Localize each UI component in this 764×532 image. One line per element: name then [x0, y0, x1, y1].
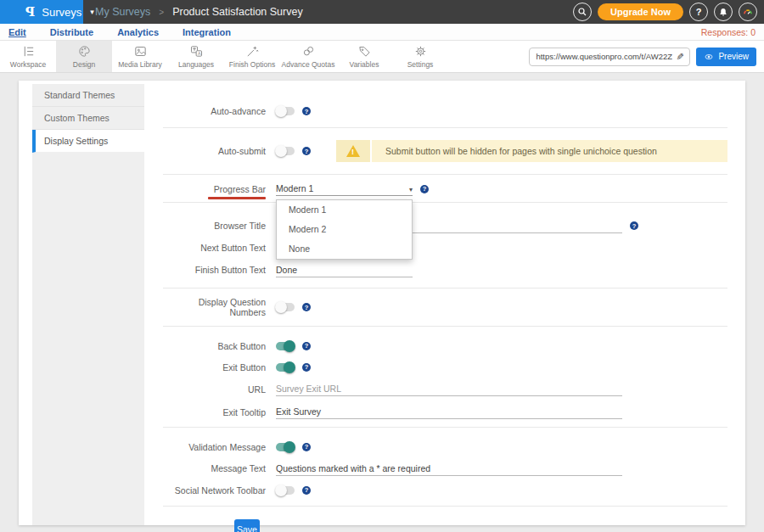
help-icon[interactable]: ? [630, 221, 638, 230]
browser-title-label: Browser Title [163, 221, 266, 231]
nav-tab-edit[interactable]: Edit [8, 27, 26, 37]
help-icon[interactable]: ? [420, 185, 429, 193]
nav-tab-integration[interactable]: Integration [183, 27, 231, 37]
edit-url-icon[interactable]: ✎ [674, 53, 685, 60]
design-palette-icon [77, 44, 92, 59]
save-button[interactable]: Save [234, 519, 260, 532]
breadcrumb: My Surveys > Product Satisfaction Survey [95, 6, 303, 18]
toolbar-label: Finish Options [229, 60, 275, 69]
display-question-numbers-label: Display Question Numbers [163, 297, 266, 317]
warning-triangle-icon: ! [346, 145, 360, 157]
toolbar-item-settings[interactable]: Settings [392, 41, 448, 72]
chevron-down-icon: ▾ [90, 8, 94, 16]
progress-bar-dropdown: Modern 1 Modern 2 None [276, 199, 413, 260]
question-numbers-section: Display Question Numbers ? [163, 288, 727, 326]
toolbar-item-media-library[interactable]: Media Library [112, 41, 168, 72]
validation-message-label: Validation Message [163, 442, 266, 452]
help-icon[interactable]: ? [302, 147, 311, 155]
message-text-input[interactable]: Questions marked with a * are required [276, 462, 622, 476]
breadcrumb-separator: > [159, 8, 164, 17]
questionpro-logo: P [25, 4, 35, 20]
sidebar-item-display-settings[interactable]: Display Settings [32, 130, 144, 153]
exit-button-label: Exit Button [163, 362, 266, 372]
exit-button-toggle[interactable] [276, 363, 295, 372]
chevron-down-icon: ▾ [409, 186, 413, 193]
breadcrumb-my-surveys[interactable]: My Surveys [95, 6, 150, 18]
warning-icon-cell: ! [336, 140, 372, 162]
surveys-product-menu[interactable]: P Surveys ▾ [0, 0, 83, 24]
toolbar-right: ✎ Preview [529, 41, 764, 72]
survey-url-input[interactable] [536, 52, 672, 61]
help-icon[interactable]: ? [302, 363, 311, 372]
toolbar-item-workspace[interactable]: Workspace [0, 41, 56, 72]
exit-tooltip-label: Exit Tooltip [163, 407, 266, 417]
exit-tooltip-input[interactable]: Exit Survey [276, 405, 622, 419]
help-icon[interactable]: ? [302, 303, 311, 311]
toolbar-item-design[interactable]: Design [56, 41, 112, 72]
progress-bar-label: Progress Bar [163, 184, 266, 194]
social-network-toolbar-label: Social Network Toolbar [163, 485, 266, 496]
navigation-buttons-section: Back Button ? Exit Button ? URL Survey E [163, 326, 727, 427]
search-button[interactable] [573, 3, 592, 21]
display-settings-form: Auto-advance ? Auto-submit ? ! [144, 81, 745, 525]
sidebar-item-custom-themes[interactable]: Custom Themes [32, 107, 144, 130]
preview-label: Preview [718, 52, 749, 61]
auto-submit-warning: ! Submit button will be hidden for pages… [336, 140, 727, 162]
toolbar-label: Advance Quotas [282, 60, 335, 69]
sidebar-item-standard-themes[interactable]: Standard Themes [32, 84, 144, 107]
help-icon[interactable]: ? [302, 486, 311, 495]
display-question-numbers-toggle[interactable] [276, 303, 295, 311]
progress-bar-select[interactable]: Modern 1 ▾ [276, 182, 413, 196]
toolbar-item-languages[interactable]: A Languages [168, 41, 224, 72]
tag-icon [357, 44, 372, 59]
validation-message-toggle[interactable] [276, 443, 295, 451]
finish-button-text-input[interactable]: Done [276, 263, 413, 277]
toolbar-label: Languages [178, 60, 214, 69]
warning-text: Submit button will be hidden for pages w… [372, 146, 657, 156]
survey-title: Product Satisfaction Survey [172, 6, 303, 18]
search-icon [577, 7, 587, 17]
social-network-toolbar-toggle[interactable] [276, 486, 295, 495]
auto-advance-section: Auto-advance ? [144, 81, 745, 127]
help-icon[interactable]: ? [302, 107, 311, 115]
validation-section: Validation Message ? Message Text Questi… [163, 427, 727, 506]
toolbar-label: Media Library [118, 60, 162, 69]
message-text-label: Message Text [163, 463, 266, 473]
responses-count[interactable]: Responses: 0 [701, 27, 756, 37]
toolbar-label: Settings [407, 60, 434, 69]
design-sidebar: Standard Themes Custom Themes Display Se… [32, 84, 144, 525]
auto-advance-toggle[interactable] [276, 107, 295, 115]
upgrade-now-button[interactable]: Upgrade Now [598, 3, 683, 20]
nav-tab-analytics[interactable]: Analytics [117, 27, 159, 37]
toolbar-item-finish-options[interactable]: Finish Options [224, 41, 280, 72]
performance-meter-button[interactable] [739, 3, 757, 21]
svg-text:A: A [197, 51, 200, 56]
preview-button[interactable]: Preview [696, 48, 756, 66]
notifications-button[interactable] [714, 3, 733, 21]
help-icon[interactable]: ? [302, 342, 311, 350]
toolbar-item-variables[interactable]: Variables [336, 41, 392, 72]
auto-advance-label: Auto-advance [163, 106, 266, 116]
dropdown-option-modern-2[interactable]: Modern 2 [277, 220, 412, 239]
toolbar-label: Workspace [10, 60, 46, 69]
survey-nav: Edit Distribute Analytics Integration Re… [0, 24, 764, 41]
design-panel: Standard Themes Custom Themes Display Se… [19, 81, 745, 525]
eye-icon [704, 52, 714, 62]
save-section: Save [163, 506, 727, 532]
help-icon[interactable]: ? [302, 443, 311, 451]
dropdown-option-modern-1[interactable]: Modern 1 [277, 200, 412, 220]
next-button-text-label: Next Button Text [163, 243, 266, 253]
nav-tab-distribute[interactable]: Distribute [50, 27, 93, 37]
media-library-icon [133, 44, 148, 59]
exit-url-input[interactable]: Survey Exit URL [276, 382, 622, 396]
back-button-toggle[interactable] [276, 342, 295, 350]
dropdown-option-none[interactable]: None [277, 239, 412, 259]
toolbar-item-advance-quotas[interactable]: Advance Quotas [280, 41, 336, 72]
gear-icon [413, 44, 428, 59]
magic-wand-icon [245, 44, 260, 59]
survey-url-box: ✎ [529, 48, 690, 66]
toolbar-label: Variables [350, 60, 379, 69]
help-button[interactable]: ? [689, 3, 708, 21]
auto-submit-section: Auto-submit ? ! Submit button will be hi… [163, 127, 727, 174]
auto-submit-toggle[interactable] [276, 147, 295, 155]
